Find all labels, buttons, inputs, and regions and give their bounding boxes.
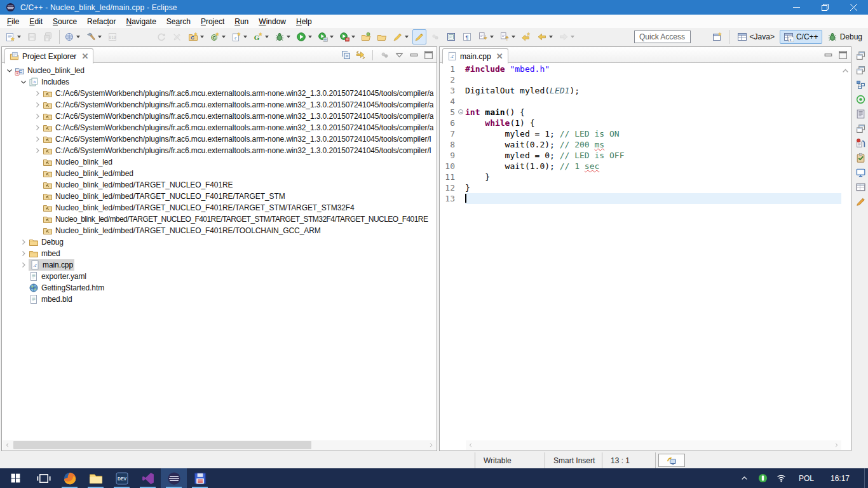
tree-item[interactable]: hIncludes [2,76,436,88]
quick-access-input[interactable]: Quick Access [634,30,691,43]
fold-collapse-icon[interactable] [458,109,463,114]
open-perspective-button[interactable] [710,29,724,44]
code-line[interactable]: 8 wait(0.2); // 200 ms [440,139,841,150]
orangepen-view-icon[interactable] [855,196,866,207]
minimize-button[interactable] [782,0,811,15]
restore-view-icon[interactable] [855,50,866,61]
dropdown-arrow-icon[interactable] [351,36,355,38]
show-whitespace-button[interactable]: ¶ [460,29,474,44]
tab-project-explorer[interactable]: Project Explorer ✕ [4,48,93,64]
tasks-view-icon[interactable] [855,152,866,163]
new-c-project-button[interactable]: C [186,29,206,44]
tree-item[interactable]: Nucleo_blink_led/mbed/TARGET_NUCLEO_F401… [2,214,436,225]
minimize-view-button[interactable] [409,50,419,60]
view-menu-button[interactable] [394,50,405,60]
editor-hscrollbar[interactable] [466,440,841,450]
taskbar-dev-cpp[interactable]: DEV [109,468,135,488]
scroll-left-icon[interactable] [466,440,475,450]
chevron-down-icon[interactable] [18,77,29,87]
chevron-right-icon[interactable] [32,88,43,98]
last-edit-location-button[interactable] [519,29,533,44]
problems-view-icon[interactable] [855,138,866,149]
code-line[interactable]: 9 myled = 0; // LED is OFF [440,150,841,161]
chevron-right-icon[interactable] [32,146,43,156]
maximize-view-button[interactable] [423,50,434,60]
chevron-right-icon[interactable] [32,100,43,110]
tree-item[interactable]: mbed.bld [2,294,436,305]
back-button[interactable] [535,29,555,44]
tree-item[interactable]: C:/Ac6/SystemWorkbench/plugins/fr.ac6.mc… [2,111,436,122]
code-line[interactable]: 3DigitalOut myled(LED1); [440,85,841,96]
tree-item[interactable]: Nucleo_blink_led/mbed/TARGET_NUCLEO_F401… [2,179,436,191]
code-line[interactable]: 5int main() { [440,107,841,118]
collapse-all-button[interactable] [341,50,351,60]
dropdown-arrow-icon[interactable] [405,36,409,38]
taskbar-visual-studio[interactable] [135,468,161,488]
code-line[interactable]: 4 [440,96,841,107]
show-source-button[interactable] [444,29,458,44]
menu-project[interactable]: Project [196,16,229,27]
next-annotation-button[interactable] [476,29,496,44]
dropdown-arrow-icon[interactable] [200,36,204,38]
tree-item[interactable]: GettingStarted.htm [2,282,436,294]
scroll-right-icon[interactable] [426,440,436,450]
menu-refactor[interactable]: Refactor [82,16,121,27]
maximize-view-button[interactable] [837,50,848,60]
chevron-down-icon[interactable] [4,65,15,76]
consoledoc-view-icon[interactable] [855,109,866,119]
scroll-left-icon[interactable] [3,440,12,450]
tree-item[interactable]: C:/Ac6/SystemWorkbench/plugins/fr.ac6.mc… [2,133,436,145]
taskbar-disk-imager[interactable] [187,468,213,488]
taskbar-firefox[interactable] [57,468,83,488]
build-all-button[interactable] [84,29,104,44]
dropdown-arrow-icon[interactable] [222,36,226,38]
new-wizard-button[interactable] [3,29,23,44]
chevron-right-icon[interactable] [18,260,29,270]
tree-item[interactable]: Nucleo_blink_led [2,156,436,168]
outline-view-icon[interactable] [855,79,866,90]
menu-run[interactable]: Run [229,16,254,27]
taskbar-file-explorer[interactable] [83,468,109,488]
dropdown-arrow-icon[interactable] [17,36,21,38]
taskbar-start[interactable] [0,468,31,488]
monitor-view-icon[interactable] [855,167,866,178]
new-c-class-button[interactable]: C [208,29,227,44]
tree-item[interactable]: C:/Ac6/SystemWorkbench/plugins/fr.ac6.mc… [2,88,436,99]
menu-edit[interactable]: Edit [24,16,48,27]
run-button[interactable] [294,29,314,44]
dropdown-arrow-icon[interactable] [549,36,553,38]
code-line[interactable]: 13 [440,193,841,204]
dropdown-arrow-icon[interactable] [308,36,312,38]
tree-item[interactable]: mbed [2,248,436,259]
chevron-right-icon[interactable] [32,111,43,121]
status-launch-button[interactable] [658,454,685,467]
restore-view-icon[interactable] [855,123,866,134]
menu-search[interactable]: Search [161,16,196,27]
tree-item[interactable]: .cmain.cpp [2,259,436,271]
chevron-right-icon[interactable] [18,237,29,247]
taskbar-task-view[interactable] [31,468,57,488]
show-desktop-button[interactable] [864,468,867,488]
props-view-icon[interactable] [855,182,866,193]
restore-button[interactable] [811,0,839,15]
menu-navigate[interactable]: Navigate [121,16,161,27]
tab-close-icon[interactable]: ✕ [81,53,88,60]
scroll-up-icon[interactable] [841,66,850,74]
dropdown-arrow-icon[interactable] [330,36,334,38]
code-line[interactable]: 7 myled = 1; // LED is ON [440,128,841,139]
menu-help[interactable]: Help [291,16,317,27]
external-tools-button[interactable] [337,29,357,44]
tab-main-cpp[interactable]: .c main.cpp ✕ [442,48,508,64]
open-element-button[interactable] [359,29,373,44]
code-line[interactable]: 2 [440,74,841,85]
dropdown-arrow-icon[interactable] [287,36,290,38]
tree-item[interactable]: CxNucleo_blink_led [2,65,436,76]
link-with-editor-button[interactable] [355,50,366,60]
scroll-right-icon[interactable] [832,440,841,450]
run-history-button[interactable] [316,29,336,44]
tree-item[interactable]: Debug [2,236,436,248]
restore-view-icon[interactable] [855,65,866,76]
new-generic-button[interactable]: G [251,29,271,44]
perspective-cpp[interactable]: CC/C++ [780,30,822,44]
dropdown-arrow-icon[interactable] [98,36,102,38]
